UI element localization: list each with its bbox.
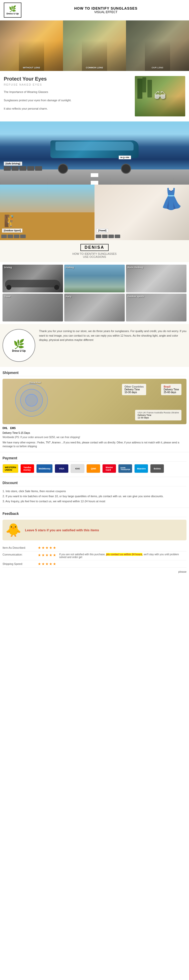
discount-item-1: 1. Into store, click Sale Items, then re… [3, 489, 186, 494]
protect-title: Protect Your Eyes [4, 76, 131, 82]
rating-shipping-stars: ★★★★★ [38, 562, 57, 566]
usa-days: 12-30 days [138, 417, 179, 419]
rating-item-label: Item As Described: [3, 546, 35, 549]
about-logo-icon: 🌿 [13, 339, 25, 350]
shipment-map: China Post Brazil Delivery Time 25-60 da… [3, 379, 186, 424]
occasion-outdoor-label: Outdoor sports [128, 295, 144, 298]
rating-shipping-label: Shipping Speed: [3, 562, 35, 565]
car-icon-4 [27, 166, 34, 171]
safe-driving-label: [Safe Driving] [4, 162, 22, 165]
payment-western-union: WESTERNUNION [3, 464, 18, 473]
brazil-days: 25-60 days [164, 391, 179, 394]
rating-comm-stars: ★★★★★ [38, 553, 57, 557]
protect-text2: Sunglasses protect your eyes from damage… [4, 98, 131, 102]
rating-item-stars: ★★★★★ [38, 546, 57, 550]
occasion-travel-label: Travel [4, 295, 11, 298]
payment-heading: Payment [3, 456, 186, 461]
denisa-subtitle: USE OCCASIONS [4, 255, 185, 258]
occasion-fishing-label: Fishing [66, 266, 74, 269]
courier-section: DHL EMS [3, 427, 186, 430]
highlight-text: pls contact us within 24 hours [106, 553, 142, 556]
payment-webmoney: WebMoney [36, 464, 53, 473]
courier-ups-time: Delivery Time 5-15 Days [3, 431, 186, 434]
feedback-section: Feedback 🐥 Leave 5 stars if you are sati… [0, 508, 189, 577]
outdoor-left-label: [Outdoor Sport] [2, 229, 22, 232]
other-time: Delivery Time [124, 388, 143, 391]
logo-icon: 🌿 [9, 5, 16, 13]
lens-common-label: COMMON LENS [86, 67, 103, 69]
outdoor-right-label: [Travel] [96, 229, 108, 232]
denisa-title: HOW TO IDENTIFY SUNGLASSES [4, 252, 185, 255]
please-text: please [3, 570, 186, 573]
payment-logos: WESTERNUNION Yandexmoney WebMoney VISA Ю… [3, 464, 186, 473]
occasions-section: Driving Fishing Rock climbing Travel Par… [0, 262, 189, 324]
payment-qiwi: QIWI [87, 464, 100, 473]
protect-subtitle: REFUSE NAKED EYES [4, 83, 131, 86]
payment-bank-transfer: BANKTRANSFER [118, 464, 132, 473]
denisa-section: DENISA HOW TO IDENTIFY SUNGLASSES USE OC… [0, 240, 189, 262]
occasion-party: Party [64, 294, 125, 321]
lens-our: OUR LENS [126, 21, 189, 71]
outdoor-left: 🧗 [Outdoor Sport] [0, 185, 94, 240]
title-line2: VISUAL EFFECT [27, 10, 185, 14]
about-logo-text: Dress U Up [12, 350, 26, 352]
occasion-driving: Driving [3, 265, 63, 293]
logo: 🌿 Dress U Up [4, 3, 21, 18]
rating-comm-note: If you are not satisfied with this purch… [59, 553, 186, 558]
about-logo: 🌿 Dress U Up [3, 329, 35, 362]
brazil-label: Brazil [164, 385, 179, 388]
payment-visa: VISA [55, 464, 69, 473]
occasion-party-label: Party [66, 295, 72, 298]
payment-boleto: Boleto [150, 464, 164, 473]
travel-icon-2 [102, 235, 108, 238]
car-section: M·QJ·350 [Safe Driving] [0, 121, 189, 185]
usa-time: Delivery Time [138, 414, 179, 417]
other-days: 10-30 days [124, 391, 143, 394]
lens-section: WITHOUT LENS COMMON LENS OUR LENS [0, 21, 189, 71]
protect-section: Protect Your Eyes REFUSE NAKED EYES The … [0, 71, 189, 121]
feedback-heading: Feedback [3, 512, 186, 517]
payment-section: Payment WESTERNUNION Yandexmoney WebMone… [0, 452, 189, 477]
title-line1: HOW TO IDENTIFY SUNGLASSES [27, 6, 185, 10]
courier-dhl: DHL [3, 427, 8, 430]
lens-our-label: OUR LENS [152, 67, 164, 69]
payment-mastercard: MasterCard [102, 464, 116, 473]
outdoor-icon-3 [14, 235, 19, 238]
usa-label: USA UK France Australia Russia Ukraine [138, 411, 179, 414]
payment-ro: ЮЮ [71, 464, 84, 473]
discount-heading: Discount [3, 481, 186, 486]
rating-row-item: Item As Described: ★★★★★ [3, 544, 186, 552]
car-icon-3 [19, 166, 27, 171]
worldwide-note: Worldwide |PS: If your order amount over… [3, 436, 186, 439]
header: 🌿 Dress U Up HOW TO IDENTIFY SUNGLASSES … [0, 0, 189, 21]
payment-maestro: Maestro [134, 464, 148, 473]
shipment-section: Shipment China Post Brazil Delivery Time… [0, 367, 189, 452]
logo-text: Dress U Up [6, 13, 19, 15]
map-ring-inner [25, 394, 38, 407]
occasion-travel: Travel [3, 294, 63, 321]
lens-without-label: WITHOUT LENS [23, 67, 40, 69]
occasion-outdoor: Outdoor sports [126, 294, 186, 321]
duck-icon: 🐥 [6, 523, 21, 537]
travel-icon-1 [96, 235, 101, 238]
car-icon-1 [4, 166, 11, 171]
discount-item-2: 2. If you want to mix batches of more th… [3, 494, 186, 499]
china-post-label: China Post [29, 381, 41, 384]
courier-ems: EMS [10, 427, 16, 430]
payment-yandex: Yandexmoney [20, 464, 34, 473]
protect-body: The Importance of Wearing Glasses Sungla… [4, 90, 131, 111]
car-icon-5 [35, 166, 42, 171]
outdoor-icon-1 [1, 235, 7, 238]
occasion-fishing: Fishing [64, 265, 125, 293]
brazil-time: Delivery Time [164, 388, 179, 391]
protect-image: 🕶 [135, 76, 185, 116]
shipment-extra: We have many other express : Fedex, TNT … [3, 441, 186, 448]
shipment-heading: Shipment [3, 371, 186, 376]
outdoor-icon-2 [8, 235, 13, 238]
occasion-rock: Rock climbing [126, 265, 186, 293]
discount-section: Discount 1. Into store, click Sale Items… [0, 477, 189, 508]
denisa-logo: DENISA [80, 244, 109, 251]
protect-text1: The Importance of Wearing Glasses [4, 90, 131, 94]
lens-without: WITHOUT LENS [0, 21, 63, 71]
outdoor-icon-4 [20, 235, 26, 238]
